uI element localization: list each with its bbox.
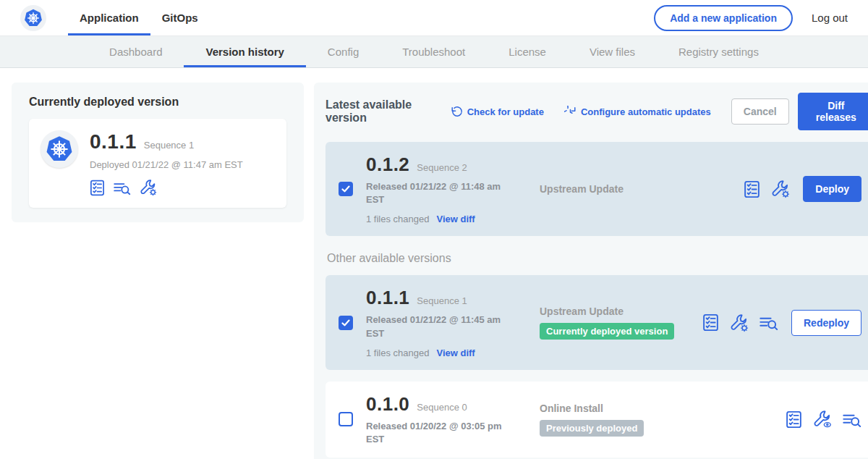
- tab-application[interactable]: Application: [68, 0, 150, 35]
- released-timestamp: Released 01/20/22 @ 03:05 pm EST: [366, 420, 507, 446]
- preflight-checklist-icon[interactable]: [786, 410, 802, 429]
- currently-deployed-panel: Currently deployed version 0.1.1 Sequenc…: [12, 83, 304, 222]
- config-wrench-gear-icon[interactable]: [140, 179, 157, 196]
- cancel-button[interactable]: Cancel: [731, 98, 789, 125]
- version-checkbox[interactable]: [339, 182, 353, 196]
- config-wrench-gear-icon[interactable]: [771, 180, 790, 198]
- available-panel-header: Latest available version Check for updat…: [326, 93, 868, 130]
- version-number: 0.1.1: [366, 287, 409, 309]
- deployed-version-card: 0.1.1 Sequence 1 Deployed 01/21/22 @ 11:…: [29, 119, 286, 208]
- sequence-label: Sequence 0: [417, 402, 467, 413]
- refresh-icon: [451, 106, 463, 118]
- currently-deployed-badge: Currently deployed version: [540, 323, 674, 340]
- subnav-troubleshoot[interactable]: Troubleshoot: [380, 36, 487, 67]
- deploy-logs-icon[interactable]: [760, 314, 778, 331]
- preflight-checklist-icon[interactable]: [90, 180, 105, 196]
- app-icon-kubernetes: [41, 130, 78, 168]
- version-row-0-1-0: 0.1.0 Sequence 0 Released 01/20/22 @ 03:…: [326, 382, 868, 458]
- deployed-sequence-label: Sequence 1: [144, 140, 194, 151]
- preflight-checklist-icon[interactable]: [702, 313, 719, 332]
- deployed-panel-title: Currently deployed version: [29, 96, 286, 109]
- check-for-update-link[interactable]: Check for update: [451, 106, 544, 118]
- files-changed-label: 1 files changed: [366, 214, 429, 224]
- header-right: Add a new application Log out: [654, 5, 848, 31]
- version-checkbox[interactable]: [339, 316, 353, 330]
- view-diff-link[interactable]: View diff: [436, 348, 475, 358]
- view-diff-link[interactable]: View diff: [436, 214, 475, 224]
- other-available-versions-title: Other available versions: [327, 252, 868, 265]
- config-wrench-gear-icon[interactable]: [730, 313, 749, 332]
- subnav-version-history[interactable]: Version history: [184, 36, 305, 67]
- header-tabs: Application GitOps: [68, 0, 210, 35]
- auto-update-clock-icon: [564, 106, 576, 118]
- configure-automatic-updates-link[interactable]: Configure automatic updates: [564, 106, 711, 118]
- version-number: 0.1.2: [366, 153, 409, 176]
- version-source-label: Upstream Update: [540, 306, 702, 317]
- version-row-0-1-1: 0.1.1 Sequence 1 Released 01/21/22 @ 11:…: [326, 275, 868, 369]
- top-header: Application GitOps Add a new application…: [0, 0, 868, 36]
- available-versions-panel: Latest available version Check for updat…: [314, 83, 868, 459]
- tab-gitops[interactable]: GitOps: [150, 0, 210, 35]
- deploy-logs-icon[interactable]: [843, 411, 861, 428]
- subnav-config[interactable]: Config: [306, 36, 380, 67]
- diff-releases-button[interactable]: Diff releases: [798, 93, 868, 130]
- version-number: 0.1.0: [366, 393, 409, 416]
- preflight-checklist-icon[interactable]: [744, 180, 760, 198]
- main-content: Currently deployed version 0.1.1 Sequenc…: [0, 68, 868, 459]
- logout-button[interactable]: Log out: [812, 12, 848, 24]
- deployed-timestamp: Deployed 01/21/22 @ 11:47 am EST: [90, 159, 243, 170]
- subnav-license[interactable]: License: [487, 36, 568, 67]
- subnav-registry-settings[interactable]: Registry settings: [657, 36, 780, 67]
- version-row-0-1-2: 0.1.2 Sequence 2 Released 01/21/22 @ 11:…: [326, 142, 868, 236]
- kubernetes-logo: [20, 5, 46, 31]
- released-timestamp: Released 01/21/22 @ 11:45 am EST: [366, 313, 507, 340]
- deploy-button[interactable]: Deploy: [803, 176, 861, 202]
- version-checkbox[interactable]: [339, 412, 353, 426]
- app-subnav: Dashboard Version history Config Trouble…: [0, 36, 868, 68]
- previously-deployed-badge: Previously deployed: [540, 420, 644, 437]
- sequence-label: Sequence 2: [417, 162, 467, 173]
- version-source-label: Online Install: [540, 403, 702, 414]
- files-changed-label: 1 files changed: [366, 348, 429, 358]
- sequence-label: Sequence 1: [417, 295, 467, 306]
- add-application-button[interactable]: Add a new application: [654, 5, 793, 31]
- latest-available-title: Latest available version: [326, 98, 439, 125]
- released-timestamp: Released 01/21/22 @ 11:48 am EST: [366, 180, 507, 206]
- redeploy-button[interactable]: Redeploy: [791, 310, 861, 336]
- subnav-view-files[interactable]: View files: [568, 36, 657, 67]
- subnav-dashboard[interactable]: Dashboard: [88, 36, 184, 67]
- deployed-version-number: 0.1.1: [90, 130, 137, 153]
- deploy-logs-icon[interactable]: [114, 180, 131, 195]
- version-source-label: Upstream Update: [540, 183, 702, 195]
- config-wrench-view-icon[interactable]: [813, 410, 832, 429]
